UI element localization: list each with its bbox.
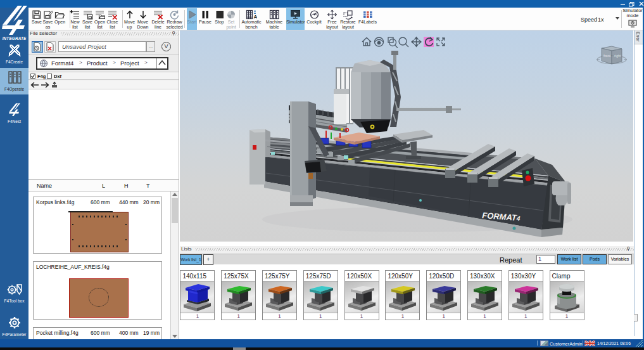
svg-text:front: front: [603, 54, 610, 58]
svg-text:right: right: [614, 54, 621, 58]
svg-text:A: A: [254, 14, 258, 20]
